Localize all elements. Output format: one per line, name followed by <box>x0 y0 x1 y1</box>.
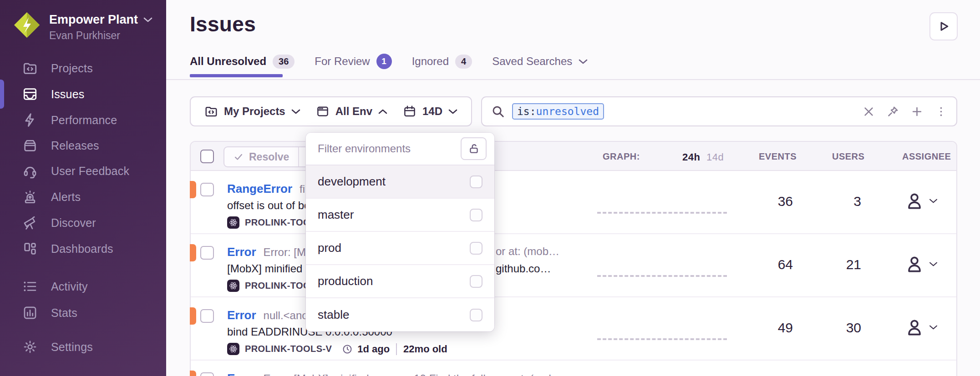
search-menu-icon[interactable] <box>935 105 947 118</box>
env-option-checkbox[interactable] <box>470 242 482 255</box>
sidebar-item-label: Projects <box>51 62 93 75</box>
org-logo-icon <box>14 12 40 38</box>
env-option-checkbox[interactable] <box>470 275 482 288</box>
date-range-trigger[interactable]: 14D <box>403 105 457 118</box>
issue-age: 1d ago 22mo old <box>342 343 447 355</box>
sidebar-item-discover[interactable]: Discover <box>0 210 166 236</box>
environment-filter-trigger[interactable]: All Env <box>316 105 387 118</box>
environment-dropdown: Filter environments development master p… <box>306 133 494 331</box>
graph-24h-toggle[interactable]: 24h <box>682 151 700 163</box>
check-icon <box>234 152 244 162</box>
env-option-checkbox[interactable] <box>470 309 482 321</box>
org-switcher[interactable]: Empower Plant Evan Purkhiser <box>14 12 152 42</box>
env-option-prod[interactable]: prod <box>306 232 494 265</box>
sidebar-item-activity[interactable]: Activity <box>0 273 166 300</box>
env-option-checkbox[interactable] <box>470 175 482 188</box>
assignee-person-icon <box>904 317 924 337</box>
sidebar-item-label: Stats <box>51 306 77 320</box>
org-name: Empower Plant <box>49 13 138 27</box>
clear-search-icon[interactable] <box>863 105 875 118</box>
select-all-checkbox[interactable] <box>200 150 214 163</box>
sidebar-item-alerts[interactable]: Alerts <box>0 184 166 210</box>
issue-row[interactable]: Error Error: [MobX] minified error nr: 1… <box>191 361 956 376</box>
issue-title-link[interactable]: Error <box>227 371 256 376</box>
chevron-down-icon <box>929 261 938 267</box>
releases-icon <box>22 137 38 154</box>
issue-title-link[interactable]: RangeError <box>227 182 292 196</box>
tab-saved-searches[interactable]: Saved Searches <box>492 55 588 68</box>
sidebar-item-user-feedback[interactable]: User Feedback <box>0 158 166 184</box>
org-user: Evan Purkhiser <box>49 30 152 42</box>
clock-icon <box>342 344 353 355</box>
projects-icon <box>204 105 218 118</box>
stats-icon <box>22 305 38 321</box>
replay-play-button[interactable] <box>929 12 958 40</box>
row-checkbox[interactable] <box>200 183 214 196</box>
row-checkbox[interactable] <box>200 309 214 323</box>
sidebar-item-issues[interactable]: Issues <box>0 81 166 107</box>
row-checkbox[interactable] <box>200 372 214 376</box>
sidebar-item-releases[interactable]: Releases <box>0 132 166 159</box>
filter-bar: My Projects All Env 14D <box>190 96 472 126</box>
main-content: Issues All Unresolved 36 For Review 1 Ig… <box>166 0 980 376</box>
users-count: 3 <box>811 194 861 209</box>
row-checkbox[interactable] <box>200 246 214 260</box>
events-count: 64 <box>743 257 793 272</box>
issues-table: Resolve GRAPH: 24h 14d EVENTS USERS ASSI… <box>190 141 957 376</box>
add-search-icon[interactable] <box>911 105 923 118</box>
sidebar-item-label: Issues <box>51 88 84 101</box>
chevron-down-icon <box>448 109 457 115</box>
issue-culprit-continued: or at: (mob… <box>496 245 559 258</box>
electron-platform-icon <box>227 343 239 355</box>
alerts-icon <box>22 189 38 205</box>
column-events: EVENTS <box>759 151 797 162</box>
tab-ignored[interactable]: Ignored 4 <box>412 55 472 69</box>
env-option-production[interactable]: production <box>306 265 494 298</box>
assignee-selector[interactable] <box>904 254 938 274</box>
play-icon <box>937 20 950 33</box>
events-count: 36 <box>743 194 793 209</box>
project-filter-trigger[interactable]: My Projects <box>204 105 300 118</box>
env-option-development[interactable]: development <box>306 165 494 199</box>
environment-filter-input[interactable]: Filter environments <box>318 142 411 155</box>
chevron-down-icon <box>929 325 938 330</box>
tab-all-unresolved[interactable]: All Unresolved 36 <box>190 55 295 69</box>
env-option-stable[interactable]: stable <box>306 298 494 331</box>
issue-search-input[interactable]: is:unresolved <box>481 96 957 126</box>
lock-filter-button[interactable] <box>461 137 487 160</box>
env-option-checkbox[interactable] <box>470 209 482 221</box>
env-option-label: prod <box>318 241 341 255</box>
pin-search-icon[interactable] <box>887 105 899 118</box>
column-assignee: ASSIGNEE <box>902 151 951 162</box>
assignee-selector[interactable] <box>904 191 938 211</box>
sidebar-item-label: Releases <box>51 139 99 152</box>
graph-14d-toggle[interactable]: 14d <box>706 151 724 163</box>
tab-for-review[interactable]: For Review 1 <box>315 54 391 69</box>
error-level-indicator <box>190 307 196 325</box>
env-option-master[interactable]: master <box>306 199 494 232</box>
environment-icon <box>316 105 330 118</box>
search-icon <box>491 105 505 118</box>
issue-title-link[interactable]: Error <box>227 245 256 259</box>
search-token: is:unresolved <box>512 103 604 120</box>
activity-icon <box>22 278 38 295</box>
sidebar-item-label: Performance <box>51 114 117 127</box>
sidebar-item-dashboards[interactable]: Dashboards <box>0 236 166 262</box>
tab-label: Ignored <box>412 55 449 68</box>
events-count: 49 <box>743 320 793 336</box>
sidebar-item-projects[interactable]: Projects <box>0 55 166 81</box>
tab-label: For Review <box>315 55 370 68</box>
header-divider <box>166 79 980 80</box>
sidebar-item-stats[interactable]: Stats <box>0 300 166 326</box>
assignee-selector[interactable] <box>904 317 938 337</box>
search-token-key: is: <box>517 105 536 117</box>
error-level-indicator <box>190 181 196 198</box>
sidebar-item-settings[interactable]: Settings <box>0 334 166 360</box>
issue-title-link[interactable]: Error <box>227 308 256 322</box>
sidebar-item-performance[interactable]: Performance <box>0 107 166 133</box>
chevron-up-icon <box>378 109 387 115</box>
first-seen: 22mo old <box>403 343 447 355</box>
sidebar-item-label: Alerts <box>51 191 81 204</box>
calendar-icon <box>403 105 416 118</box>
chevron-down-icon <box>579 59 588 65</box>
